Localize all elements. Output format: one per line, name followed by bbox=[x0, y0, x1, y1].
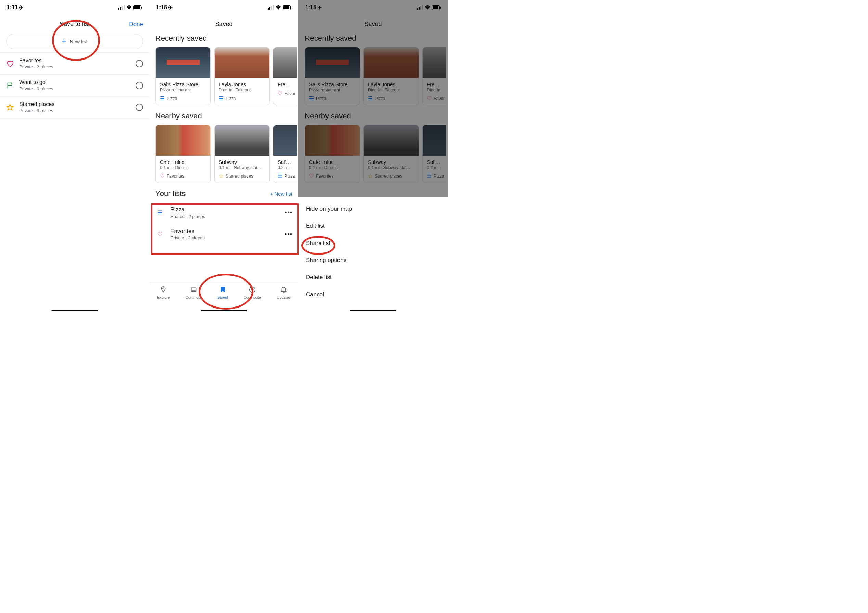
place-card[interactable]: Cafe Luluc 0.1 mi · Dine-in ♡Favorites bbox=[155, 124, 211, 183]
cellular-icon bbox=[118, 5, 125, 9]
place-tag: ☰Pizza bbox=[219, 95, 265, 102]
tab-explore[interactable]: Explore bbox=[157, 286, 170, 313]
list-icon: ☰ bbox=[219, 95, 223, 102]
heart-icon: ♡ bbox=[160, 173, 164, 179]
place-name: Sal's Pi bbox=[277, 159, 293, 165]
tab-updates[interactable]: Updates bbox=[277, 286, 291, 313]
battery-icon bbox=[133, 5, 143, 10]
heart-icon: ♡ bbox=[155, 231, 164, 237]
list-text: Want to go Private · 0 places bbox=[19, 79, 130, 91]
place-sub: Dine-in · Takeout bbox=[219, 88, 265, 92]
place-body: French ♡Favor bbox=[273, 78, 297, 100]
place-tag: ☰Pizza bbox=[160, 95, 206, 102]
wifi-icon bbox=[276, 5, 281, 9]
flag-icon bbox=[6, 82, 14, 89]
place-body: Sal's Pizza Store Pizza restaurant ☰Pizz… bbox=[156, 78, 211, 105]
place-card[interactable]: Subway 0.1 mi · Subway stat... ☆Starred … bbox=[214, 124, 270, 183]
place-body: Layla Jones Dine-in · Takeout ☰Pizza bbox=[215, 78, 270, 105]
new-list-inline-button[interactable]: +New list bbox=[270, 191, 292, 197]
place-card[interactable]: Sal's Pi 0.2 mi · ☰Pizza bbox=[273, 124, 297, 183]
place-photo bbox=[215, 47, 270, 78]
place-photo bbox=[273, 125, 297, 156]
recently-saved-scroll[interactable]: Sal's Pizza Store Pizza restaurant ☰Pizz… bbox=[149, 47, 298, 111]
bell-icon bbox=[280, 286, 288, 294]
place-photo bbox=[215, 125, 270, 156]
screen2-title: Saved bbox=[215, 20, 232, 28]
more-button[interactable]: ••• bbox=[285, 209, 292, 216]
home-indicator[interactable] bbox=[350, 310, 396, 311]
radio-button[interactable] bbox=[136, 104, 143, 111]
commute-icon bbox=[190, 286, 198, 294]
status-time: 1:11 bbox=[7, 5, 18, 11]
place-sub: 0.1 mi · Subway stat... bbox=[219, 165, 265, 170]
list-name: Want to go bbox=[19, 79, 130, 85]
new-list-button[interactable]: + New list bbox=[6, 34, 143, 49]
svg-rect-16 bbox=[191, 288, 196, 292]
place-photo bbox=[156, 125, 211, 156]
star-icon: ☆ bbox=[219, 173, 223, 179]
phone-saved: 1:15 ✈︎ Saved Recently saved Sal's Pizza… bbox=[149, 0, 298, 313]
list-sub: Private · 0 places bbox=[19, 86, 130, 91]
ylist-sub: Shared · 2 places bbox=[170, 214, 279, 219]
home-indicator[interactable] bbox=[201, 310, 247, 311]
svg-rect-3 bbox=[124, 5, 125, 9]
action-edit-list[interactable]: Edit list bbox=[298, 218, 448, 235]
tab-commute[interactable]: Commute bbox=[186, 286, 202, 313]
navigation-icon: ✈︎ bbox=[19, 5, 23, 11]
svg-rect-2 bbox=[122, 6, 123, 9]
tab-bar: Explore Commute Saved Contribute Updates bbox=[149, 283, 298, 313]
home-indicator[interactable] bbox=[52, 310, 98, 311]
list-row-wanttogo[interactable]: Want to go Private · 0 places bbox=[0, 74, 149, 96]
place-name: Cafe Luluc bbox=[160, 159, 206, 165]
list-icon: ☰ bbox=[160, 95, 164, 102]
place-tag: ♡Favor bbox=[277, 90, 293, 97]
status-icons: ✈︎ bbox=[268, 5, 291, 10]
svg-rect-1 bbox=[120, 7, 121, 9]
svg-marker-7 bbox=[7, 104, 13, 110]
place-card[interactable]: Sal's Pizza Store Pizza restaurant ☰Pizz… bbox=[155, 47, 211, 105]
ylist-name: Pizza bbox=[170, 206, 279, 213]
place-tag: ♡Favorites bbox=[160, 173, 206, 179]
nearby-saved-scroll[interactable]: Cafe Luluc 0.1 mi · Dine-in ♡Favorites S… bbox=[149, 124, 298, 189]
radio-button[interactable] bbox=[136, 82, 143, 89]
your-list-favorites[interactable]: ♡ Favorites Private · 2 places ••• bbox=[149, 224, 298, 245]
phone-action-sheet: 1:15 ✈︎ Saved Recently saved Sal's Pizza… bbox=[298, 0, 448, 313]
status-time: 1:15 bbox=[156, 5, 167, 11]
place-sub: 0.2 mi · bbox=[277, 165, 293, 170]
cellular-icon bbox=[268, 5, 274, 9]
place-name: Subway bbox=[219, 159, 265, 165]
action-sharing-options[interactable]: Sharing options bbox=[298, 252, 448, 269]
place-body: Cafe Luluc 0.1 mi · Dine-in ♡Favorites bbox=[156, 156, 211, 183]
action-share-list[interactable]: Share list bbox=[298, 235, 448, 252]
done-button[interactable]: Done bbox=[129, 21, 143, 28]
battery-icon bbox=[283, 5, 291, 10]
plus-icon: + bbox=[62, 37, 66, 46]
new-list-label: New list bbox=[70, 39, 88, 45]
tab-saved[interactable]: Saved bbox=[217, 286, 228, 313]
svg-rect-13 bbox=[284, 6, 289, 9]
svg-rect-5 bbox=[134, 6, 140, 9]
list-name: Favorites bbox=[19, 57, 130, 63]
place-tag: ☰Pizza bbox=[277, 173, 293, 179]
radio-button[interactable] bbox=[136, 60, 143, 67]
action-delete-list[interactable]: Delete list bbox=[298, 269, 448, 286]
list-row-favorites[interactable]: Favorites Private · 2 places bbox=[0, 52, 149, 74]
status-bar: 1:15 ✈︎ bbox=[149, 0, 298, 15]
action-hide-on-map[interactable]: Hide on your map bbox=[298, 200, 448, 218]
place-photo bbox=[156, 47, 211, 78]
ylist-text: Favorites Private · 2 places bbox=[170, 228, 279, 240]
place-photo bbox=[273, 47, 297, 78]
tab-contribute[interactable]: Contribute bbox=[244, 286, 261, 313]
your-lists-title: Your lists bbox=[155, 189, 186, 198]
your-list-pizza[interactable]: ☰ Pizza Shared · 2 places ••• bbox=[149, 202, 298, 224]
place-card[interactable]: Layla Jones Dine-in · Takeout ☰Pizza bbox=[214, 47, 270, 105]
svg-rect-14 bbox=[291, 7, 291, 9]
more-button[interactable]: ••• bbox=[285, 231, 292, 238]
plus-icon: + bbox=[270, 191, 273, 197]
bookmark-icon bbox=[219, 286, 227, 294]
place-card[interactable]: French ♡Favor bbox=[273, 47, 297, 105]
action-cancel[interactable]: Cancel bbox=[298, 286, 448, 303]
navigation-icon: ✈︎ bbox=[168, 5, 172, 11]
list-row-starred[interactable]: Starred places Private · 3 places bbox=[0, 96, 149, 118]
place-sub: Pizza restaurant bbox=[160, 88, 206, 92]
